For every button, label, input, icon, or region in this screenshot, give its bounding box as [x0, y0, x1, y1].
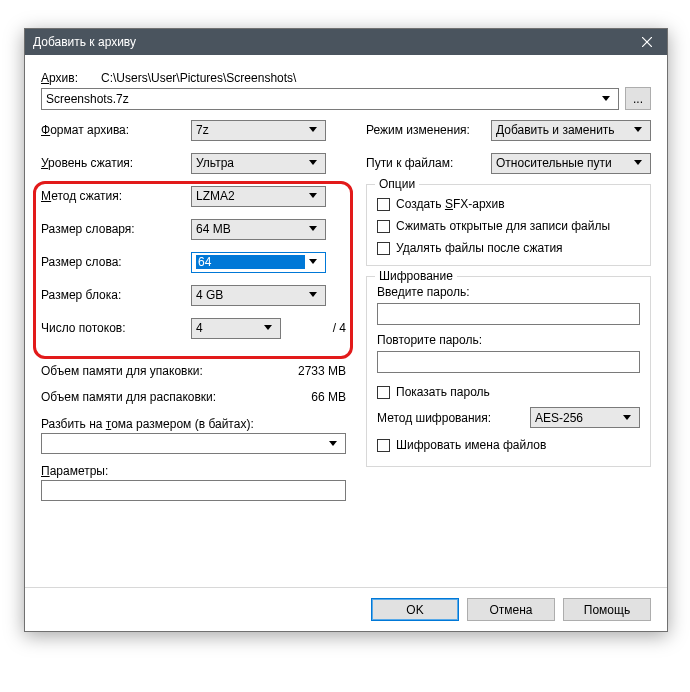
delete-checkbox[interactable] [377, 242, 390, 255]
shared-label: Сжимать открытые для записи файлы [396, 219, 610, 233]
svg-marker-12 [634, 160, 642, 165]
chevron-down-icon [630, 160, 646, 166]
block-label: Размер блока: [41, 288, 191, 302]
password1-input[interactable] [377, 303, 640, 325]
titlebar: Добавить к архиву [25, 29, 667, 55]
showpw-label: Показать пароль [396, 385, 490, 399]
enc-names-checkbox[interactable] [377, 439, 390, 452]
svg-marker-8 [309, 292, 317, 297]
svg-marker-11 [634, 127, 642, 132]
mem-pack-label: Объем памяти для упаковки: [41, 364, 276, 378]
dict-label: Размер словаря: [41, 222, 191, 236]
enc-method-select[interactable]: AES-256 [530, 407, 640, 428]
password2-input[interactable] [377, 351, 640, 373]
encryption-group: Шифрование Введите пароль: Повторите пар… [366, 276, 651, 467]
archive-path-dir: C:\Users\User\Pictures\Screenshots\ [101, 71, 296, 85]
browse-button[interactable]: ... [625, 87, 651, 110]
word-select[interactable]: 64 [191, 252, 326, 273]
chevron-down-icon [305, 292, 321, 298]
options-legend: Опции [375, 177, 419, 191]
shared-checkbox[interactable] [377, 220, 390, 233]
cancel-button[interactable]: Отмена [467, 598, 555, 621]
sfx-label: Создать SFX-архив [396, 197, 505, 211]
chevron-down-icon [260, 325, 276, 331]
level-label: Уровень сжатия: [41, 156, 191, 170]
chevron-down-icon [305, 259, 321, 265]
threads-label: Число потоков: [41, 321, 191, 335]
svg-marker-6 [309, 226, 317, 231]
params-label: Параметры: [41, 464, 346, 478]
sfx-checkbox[interactable] [377, 198, 390, 211]
chevron-down-icon [305, 160, 321, 166]
word-label: Размер слова: [41, 255, 191, 269]
ok-button[interactable]: OK [371, 598, 459, 621]
window-title: Добавить к архиву [33, 35, 627, 49]
help-button[interactable]: Помощь [563, 598, 651, 621]
mode-select[interactable]: Добавить и заменить [491, 120, 651, 141]
svg-marker-2 [602, 96, 610, 101]
password1-label: Введите пароль: [377, 285, 640, 299]
password2-label: Повторите пароль: [377, 333, 640, 347]
svg-marker-9 [264, 325, 272, 330]
window-close-button[interactable] [627, 29, 667, 55]
method-label: Метод сжатия: [41, 189, 191, 203]
mem-unpack-label: Объем памяти для распаковки: [41, 390, 276, 404]
params-input[interactable] [41, 480, 346, 501]
svg-marker-3 [309, 127, 317, 132]
chevron-down-icon [630, 127, 646, 133]
archive-filename-value: Screenshots.7z [46, 92, 598, 106]
enc-names-label: Шифровать имена файлов [396, 438, 546, 452]
chevron-down-icon [619, 415, 635, 421]
dict-select[interactable]: 64 MB [191, 219, 326, 240]
dialog-window: Добавить к архиву Архив: C:\Users\User\P… [24, 28, 668, 632]
split-combo[interactable] [41, 433, 346, 454]
format-label: Формат архива: [41, 123, 191, 137]
chevron-down-icon [325, 441, 341, 447]
encryption-legend: Шифрование [375, 269, 457, 283]
enc-method-label: Метод шифрования: [377, 411, 530, 425]
format-select[interactable]: 7z [191, 120, 326, 141]
delete-label: Удалять файлы после сжатия [396, 241, 563, 255]
svg-marker-5 [309, 193, 317, 198]
threads-select[interactable]: 4 [191, 318, 281, 339]
archive-filename-combo[interactable]: Screenshots.7z [41, 88, 619, 110]
block-select[interactable]: 4 GB [191, 285, 326, 306]
chevron-down-icon [598, 89, 614, 109]
mem-unpack-value: 66 MB [276, 390, 346, 404]
svg-marker-7 [309, 259, 317, 264]
chevron-down-icon [305, 193, 321, 199]
chevron-down-icon [305, 226, 321, 232]
paths-select[interactable]: Относительные пути [491, 153, 651, 174]
dialog-footer: OK Отмена Помощь [25, 587, 667, 631]
threads-max: / 4 [327, 321, 346, 335]
close-icon [642, 37, 652, 47]
method-select[interactable]: LZMA2 [191, 186, 326, 207]
archive-label: Архив: [41, 71, 101, 85]
svg-marker-13 [623, 415, 631, 420]
mode-label: Режим изменения: [366, 123, 491, 137]
mem-pack-value: 2733 MB [276, 364, 346, 378]
options-group: Опции Создать SFX-архив Сжимать открытые… [366, 184, 651, 266]
split-label: Разбить на тома размером (в байтах): [41, 417, 346, 431]
level-select[interactable]: Ультра [191, 153, 326, 174]
paths-label: Пути к файлам: [366, 156, 491, 170]
chevron-down-icon [305, 127, 321, 133]
svg-marker-4 [309, 160, 317, 165]
showpw-checkbox[interactable] [377, 386, 390, 399]
svg-marker-10 [329, 441, 337, 446]
